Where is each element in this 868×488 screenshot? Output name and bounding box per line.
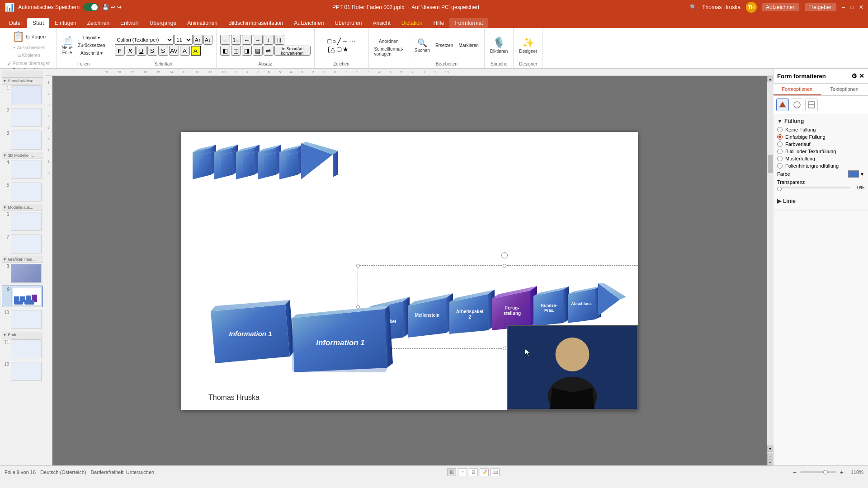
font-increase-btn[interactable]: A↑ [193, 35, 203, 45]
tab-formoptionen[interactable]: Formoptionen [774, 84, 821, 95]
language-info[interactable]: Deutsch (Österreich) [40, 469, 86, 475]
panel-close-icon[interactable]: ✕ [859, 72, 864, 80]
radio-muster[interactable] [777, 156, 783, 161]
circle-icon[interactable]: ○ [332, 38, 336, 45]
zoom-in-icon[interactable]: + [840, 469, 844, 476]
slide-thumb-8[interactable]: 8 [2, 263, 43, 284]
option-folie[interactable]: Folienhintergrundfüllung [777, 163, 864, 169]
align-left-btn[interactable]: ◧ [220, 46, 230, 56]
smartart-btn[interactable]: In SmartArt konvertieren [274, 46, 311, 56]
canvas-area[interactable]: Arbeitspaket 1 Meilenstein [52, 76, 767, 465]
tab-datei[interactable]: Datei [4, 18, 27, 28]
option-einfarbig[interactable]: Einfarbige Füllung [777, 134, 864, 140]
option-muster[interactable]: Musterfüllung [777, 156, 864, 161]
slide-thumb-4[interactable]: 4 [2, 159, 43, 180]
color-dropdown-icon[interactable]: ▼ [860, 172, 864, 177]
scroll-zoom-out-btn[interactable]: − [767, 459, 774, 465]
arrow-icon[interactable]: → [342, 38, 348, 45]
search-icon[interactable]: 🔍 [690, 4, 697, 10]
btn-kopieren[interactable]: ⧉ Kopieren [16, 52, 42, 59]
slide-thumb-11[interactable]: 11 [2, 338, 43, 359]
font-size-select[interactable]: 11 [175, 35, 193, 45]
bullet-list-btn[interactable]: ≡ [220, 35, 230, 45]
fuelling-title[interactable]: ▼ Füllung [777, 118, 864, 124]
underline-btn[interactable]: U [137, 46, 146, 56]
tab-uebergaenge[interactable]: Übergänge [144, 18, 182, 28]
btn-diktieren[interactable]: 🎙️ Diktieren [488, 36, 509, 55]
tab-ansicht[interactable]: Ansicht [367, 18, 396, 28]
present-btn[interactable]: Freigeben [805, 3, 836, 11]
handle-tl[interactable] [356, 264, 360, 267]
close-btn[interactable]: ✕ [859, 4, 863, 10]
tab-zeichnen[interactable]: Zeichnen [82, 18, 115, 28]
shape-icon-effect[interactable] [791, 99, 803, 111]
slide-thumb-2[interactable]: 2 [2, 107, 43, 128]
min-btn[interactable]: – [842, 4, 845, 10]
strikethrough-btn[interactable]: S [147, 46, 157, 56]
radio-farbverlauf[interactable] [777, 141, 783, 147]
v-scrollbar[interactable]: ▲ ▼ + − [767, 76, 773, 465]
tab-start[interactable]: Start [27, 18, 49, 28]
slide-thumb-5[interactable]: 5 [2, 182, 43, 202]
btn-ersetzen[interactable]: Ersetzen [434, 42, 455, 49]
line-spacing-btn[interactable]: ↕ [264, 35, 274, 45]
slide-thumb-9[interactable]: 9 [2, 286, 43, 307]
slide-thumb-10[interactable]: 10 [2, 309, 43, 330]
zoom-slider[interactable] [800, 471, 836, 473]
radio-bild[interactable] [777, 149, 783, 154]
view-outline-btn[interactable]: ≡ [458, 468, 467, 476]
shape3-icon[interactable]: △ [330, 46, 335, 53]
highlight-btn[interactable]: A [191, 46, 201, 56]
tab-entwurf[interactable]: Entwurf [115, 18, 144, 28]
option-keine-fuellung[interactable]: Keine Füllung [777, 127, 864, 132]
btn-format-uebertragen[interactable]: 🖌 Format übertragen [5, 60, 52, 67]
tab-aufzeichnen[interactable]: Aufzeichnen [288, 18, 329, 28]
bold-btn[interactable]: F [115, 46, 125, 56]
tab-dictation[interactable]: Dictation [396, 18, 428, 28]
shadow-btn[interactable]: S [158, 46, 168, 56]
btn-layout[interactable]: Layout ▾ [76, 34, 107, 41]
btn-schnell-vorlagen[interactable]: Schnellformat-vorlagen [373, 46, 405, 57]
align-right-btn[interactable]: ◨ [242, 46, 252, 56]
transparenz-slider-thumb[interactable] [777, 187, 782, 191]
info-block-2[interactable]: Information 1 [290, 305, 398, 376]
info-block-1[interactable]: Information 1 [206, 298, 294, 367]
slide-thumb-7[interactable]: 7 [2, 234, 43, 254]
radio-einfarbig[interactable] [777, 134, 783, 140]
scroll-track[interactable] [767, 82, 774, 446]
italic-btn[interactable]: K [126, 46, 136, 56]
shape5-icon[interactable]: ★ [343, 46, 349, 53]
autosave-toggle[interactable] [83, 3, 99, 11]
tab-einfuegen[interactable]: Einfügen [49, 18, 81, 28]
transparenz-slider-track[interactable] [777, 187, 850, 188]
text-dir-btn[interactable]: ⇌ [264, 46, 274, 56]
max-btn[interactable]: □ [850, 4, 854, 10]
rect-icon[interactable]: □ [328, 38, 331, 45]
shape-icon-size[interactable] [805, 99, 818, 111]
tab-praesentation[interactable]: Bildschirmpräsentation [223, 18, 288, 28]
tab-hilfe[interactable]: Hilfe [428, 18, 449, 28]
handle-tc[interactable] [503, 264, 506, 267]
justify-btn[interactable]: ▤ [253, 46, 263, 56]
btn-neue-folie[interactable]: 📄 Neue Folie [60, 34, 75, 56]
slide-thumb-1[interactable]: 1 [2, 84, 43, 105]
share-btn[interactable]: Aufzeichnen [762, 3, 799, 11]
btn-designer[interactable]: ✨ Designer [517, 36, 539, 55]
radio-keine[interactable] [777, 127, 783, 132]
btn-ausschneiden[interactable]: ✂ Ausschneiden [10, 44, 47, 51]
option-farbverlauf[interactable]: Farbverlauf [777, 141, 864, 147]
accessibility-info[interactable]: Barrierefreiheit: Untersuchen [91, 469, 155, 475]
indent-more-btn[interactable]: → [253, 35, 263, 45]
line-icon[interactable]: ╱ [337, 38, 341, 45]
shape4-icon[interactable]: ⬡ [336, 46, 342, 53]
scroll-thumb[interactable] [768, 155, 773, 173]
more-shapes-icon[interactable]: ⋯ [349, 38, 355, 45]
font-color-btn[interactable]: A [180, 46, 190, 56]
slide-thumb-12[interactable]: 12 [2, 361, 43, 382]
tab-textoptionen[interactable]: Textoptionen [821, 84, 868, 95]
option-bild[interactable]: Bild- oder Texturfüllung [777, 149, 864, 154]
font-decrease-btn[interactable]: A↓ [203, 35, 212, 45]
btn-suchen[interactable]: 🔍 Suchen [413, 37, 432, 54]
btn-einfuegen[interactable]: 📋 Einfügen [10, 30, 47, 43]
btn-abschnitt[interactable]: Abschnitt ▾ [76, 50, 107, 56]
